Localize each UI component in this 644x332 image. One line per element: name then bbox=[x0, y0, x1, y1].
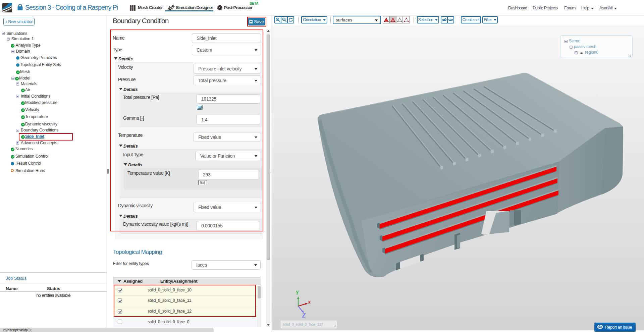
svg-text:x: x bbox=[308, 298, 311, 305]
svg-text:Y: Y bbox=[296, 289, 300, 296]
svg-text:Z: Z bbox=[302, 312, 306, 319]
